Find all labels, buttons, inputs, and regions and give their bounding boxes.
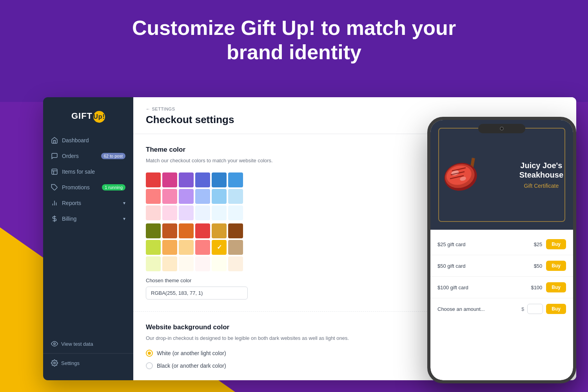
promotions-badge: 1 running <box>102 184 125 191</box>
chosen-color-input[interactable] <box>146 287 248 299</box>
color-column-olive <box>146 223 161 271</box>
svg-rect-0 <box>52 169 57 174</box>
color-swatch[interactable] <box>146 189 161 204</box>
eye-icon <box>51 340 58 347</box>
color-swatch-selected[interactable] <box>212 240 227 255</box>
phone-item-name: $25 gift card <box>437 241 534 247</box>
restaurant-name: Juicy Joe'sSteakhouse <box>519 161 563 180</box>
color-swatch[interactable] <box>195 223 210 238</box>
color-swatch[interactable] <box>228 205 243 220</box>
color-swatch[interactable] <box>212 205 227 220</box>
phone-item-price: $50 <box>534 263 543 269</box>
buy-button-custom[interactable]: Buy <box>546 304 566 314</box>
phone-item-price: $25 <box>534 241 543 247</box>
color-swatch[interactable] <box>212 256 227 271</box>
reports-label: Reports <box>62 200 81 206</box>
color-swatch[interactable] <box>179 223 194 238</box>
amount-label: Choose an amount... <box>437 306 518 312</box>
view-test-data-label: View test data <box>61 341 93 347</box>
color-column-dark-orange <box>179 223 194 271</box>
color-swatch[interactable] <box>228 223 243 238</box>
breadcrumb-arrow: ← <box>146 107 151 111</box>
hero-title-line2: brand identity <box>227 41 361 64</box>
color-swatch[interactable] <box>179 172 194 187</box>
amount-input[interactable] <box>527 304 543 314</box>
color-swatch[interactable] <box>195 172 210 187</box>
color-swatch[interactable] <box>179 189 194 204</box>
dollar-icon <box>51 215 58 222</box>
color-swatch[interactable] <box>146 205 161 220</box>
sidebar-item-dashboard[interactable]: Dashboard <box>43 132 133 148</box>
logo-badge: Up! <box>93 111 105 123</box>
reports-chevron-icon: ▾ <box>123 200 125 206</box>
color-swatch[interactable] <box>162 240 177 255</box>
color-swatch[interactable] <box>228 172 243 187</box>
color-swatch[interactable] <box>146 240 161 255</box>
color-column-yellow <box>212 223 227 271</box>
color-swatch[interactable] <box>212 223 227 238</box>
color-column-red-orange <box>195 223 210 271</box>
sidebar-item-view-test-data[interactable]: View test data <box>43 334 133 353</box>
color-swatch[interactable] <box>228 256 243 271</box>
color-swatch[interactable] <box>146 172 161 187</box>
phone-frame: Juicy Joe'sSteakhouse Gift Certificate $… <box>427 117 576 383</box>
phone-item-price: $100 <box>531 285 542 290</box>
sidebar-navigation: Dashboard Orders 62 to post Items for sa… <box>43 132 133 334</box>
color-column-light-blue <box>228 172 243 220</box>
color-swatch[interactable] <box>179 256 194 271</box>
phone-item: $100 gift card $100 Buy <box>430 277 573 298</box>
buy-button-50[interactable]: Buy <box>546 261 566 271</box>
sidebar-item-orders[interactable]: Orders 62 to post <box>43 148 133 164</box>
gift-card: Juicy Joe'sSteakhouse Gift Certificate <box>430 120 573 230</box>
color-swatch[interactable] <box>212 172 227 187</box>
buy-button-100[interactable]: Buy <box>546 282 566 292</box>
phone-notch <box>478 124 525 133</box>
color-swatch[interactable] <box>179 205 194 220</box>
color-swatch[interactable] <box>179 240 194 255</box>
svg-point-9 <box>54 362 56 364</box>
orders-icon <box>51 152 58 160</box>
color-column-blue <box>212 172 227 220</box>
sidebar-item-reports[interactable]: Reports ▾ <box>43 195 133 211</box>
color-swatch[interactable] <box>162 172 177 187</box>
sidebar-item-items-for-sale[interactable]: Items for sale <box>43 164 133 180</box>
buy-button-25[interactable]: Buy <box>546 239 566 249</box>
svg-point-8 <box>54 343 56 345</box>
color-column-red <box>146 172 161 220</box>
sidebar-item-billing[interactable]: Billing ▾ <box>43 211 133 227</box>
color-swatch[interactable] <box>146 256 161 271</box>
color-swatch[interactable] <box>195 205 210 220</box>
settings-label: Settings <box>61 360 80 366</box>
radio-dark-circle <box>146 362 153 369</box>
color-swatch[interactable] <box>162 256 177 271</box>
logo-text: GIFTUp! <box>71 111 105 123</box>
color-swatch[interactable] <box>162 189 177 204</box>
items-for-sale-label: Items for sale <box>62 169 95 175</box>
radio-light-circle <box>146 350 153 357</box>
phone-screen: Juicy Joe'sSteakhouse Gift Certificate $… <box>430 120 573 380</box>
color-swatch[interactable] <box>228 189 243 204</box>
color-swatch[interactable] <box>162 223 177 238</box>
color-swatch[interactable] <box>212 189 227 204</box>
phone-item: $25 gift card $25 Buy <box>430 234 573 255</box>
color-column-orange <box>162 223 177 271</box>
color-swatch[interactable] <box>146 223 161 238</box>
sidebar-item-promotions[interactable]: Promotions 1 running <box>43 180 133 195</box>
color-column-indigo <box>195 172 210 220</box>
color-swatch[interactable] <box>195 189 210 204</box>
gift-card-text: Juicy Joe'sSteakhouse Gift Certificate <box>519 161 563 189</box>
sidebar: GIFTUp! Dashboard Orders 62 to post <box>43 97 133 380</box>
sidebar-item-settings[interactable]: Settings <box>43 353 133 372</box>
color-swatch[interactable] <box>195 256 210 271</box>
color-column-brown <box>228 223 243 271</box>
home-icon <box>51 137 58 144</box>
phone-container: Juicy Joe'sSteakhouse Gift Certificate $… <box>388 97 576 380</box>
orders-label: Orders <box>62 153 79 159</box>
hero-title-line1: Customize Gift Up! to match your <box>132 16 456 39</box>
radio-dark-label: Black (or another dark color) <box>157 363 226 369</box>
color-swatch[interactable] <box>228 240 243 255</box>
billing-label: Billing <box>62 216 76 222</box>
color-swatch[interactable] <box>162 205 177 220</box>
color-swatch[interactable] <box>195 240 210 255</box>
dollar-sign: $ <box>521 306 524 312</box>
